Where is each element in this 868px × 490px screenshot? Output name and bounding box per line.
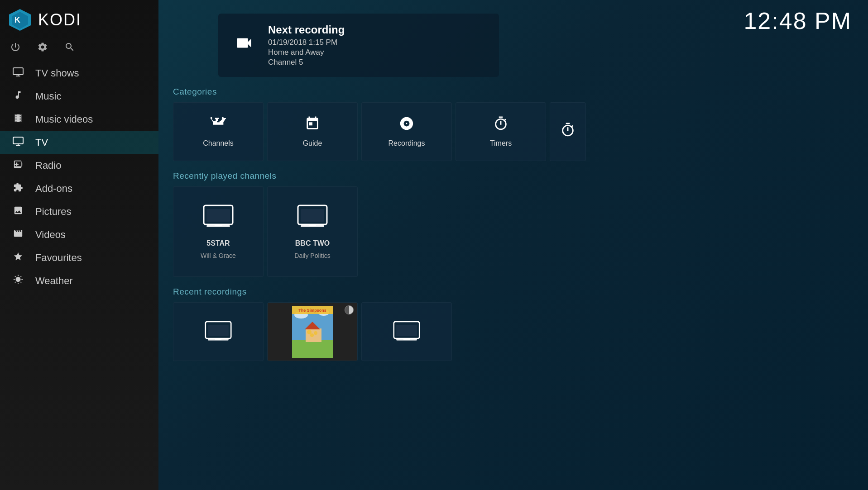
tv-shows-icon — [11, 67, 25, 79]
simpsons-poster-icon: The Simpsons — [292, 306, 333, 358]
svg-rect-19 — [215, 338, 221, 340]
sidebar-item-radio[interactable]: Radio — [0, 154, 158, 177]
svg-rect-34 — [403, 338, 410, 340]
timers-label: Timers — [490, 139, 512, 147]
sidebar-item-favourites[interactable]: Favourites — [0, 246, 158, 269]
sidebar: K KODI TV shows — [0, 0, 158, 490]
svg-rect-7 — [16, 145, 20, 146]
sidebar-item-music-videos[interactable]: Music videos — [0, 108, 158, 131]
channels-grid: 5STAR Will & Grace BBC TWO Daily Politic… — [173, 186, 854, 277]
svg-point-25 — [307, 330, 312, 334]
channel-show2: Daily Politics — [294, 252, 330, 259]
logo-area: K KODI — [0, 0, 158, 40]
sidebar-item-label: Pictures — [35, 206, 71, 218]
channel-tv-icon — [203, 205, 234, 235]
sidebar-item-label: Favourites — [35, 252, 82, 264]
svg-point-27 — [310, 333, 314, 337]
tv-icon — [11, 136, 25, 148]
timers2-icon — [560, 122, 575, 141]
favourites-icon — [11, 252, 25, 264]
svg-rect-4 — [16, 76, 20, 76]
sidebar-item-music[interactable]: Music — [0, 85, 158, 108]
svg-rect-20 — [208, 325, 229, 336]
clock-display: 12:48 PM — [743, 7, 852, 34]
pictures-icon — [11, 205, 25, 218]
recording-card-3[interactable] — [361, 302, 452, 361]
next-recording-show: Home and Away — [268, 48, 345, 57]
channels-icon — [211, 116, 226, 135]
channel-bbc-two[interactable]: BBC TWO Daily Politics — [267, 186, 358, 277]
recent-recordings-header: Recent recordings — [173, 287, 854, 297]
sidebar-icon-bar — [0, 40, 158, 60]
sidebar-item-label: Weather — [35, 275, 73, 287]
radio-icon — [11, 159, 25, 171]
videos-icon — [11, 228, 25, 241]
svg-text:The Simpsons: The Simpsons — [298, 308, 326, 313]
categories-header: Categories — [173, 87, 854, 97]
sidebar-item-label: TV shows — [35, 67, 79, 79]
svg-point-26 — [314, 331, 317, 335]
svg-rect-16 — [301, 209, 324, 222]
channel-name: 5STAR — [206, 239, 230, 247]
svg-rect-35 — [396, 325, 417, 336]
sidebar-item-add-ons[interactable]: Add-ons — [0, 177, 158, 200]
sidebar-nav: TV shows Music Music videos TV — [0, 62, 158, 490]
svg-rect-22 — [292, 340, 333, 358]
camera-icon — [233, 33, 255, 57]
add-ons-icon — [11, 182, 25, 195]
channel-show: Will & Grace — [201, 252, 236, 259]
channel-tv-icon2 — [297, 205, 328, 235]
next-recording-info: Next recording 01/19/2018 1:15 PM Home a… — [268, 24, 345, 67]
half-watched-badge — [345, 305, 354, 314]
sidebar-item-tv[interactable]: TV — [0, 131, 158, 154]
next-recording-title: Next recording — [268, 24, 345, 36]
svg-rect-3 — [13, 68, 23, 75]
guide-icon — [305, 116, 320, 135]
category-timers2[interactable] — [550, 102, 586, 161]
app-title: KODI — [38, 10, 82, 29]
sidebar-item-label: Radio — [35, 160, 61, 171]
recordings-icon — [399, 116, 414, 135]
sidebar-item-label: Music — [35, 90, 61, 102]
svg-rect-12 — [206, 209, 230, 222]
channel-name2: BBC TWO — [295, 239, 330, 247]
svg-rect-11 — [215, 224, 222, 226]
sidebar-item-label: Music videos — [35, 114, 93, 125]
sidebar-item-pictures[interactable]: Pictures — [0, 200, 158, 223]
music-icon — [11, 90, 25, 102]
sidebar-item-weather[interactable]: Weather — [0, 269, 158, 292]
category-recordings[interactable]: Recordings — [361, 102, 452, 161]
weather-icon — [11, 275, 25, 287]
recording-tv-icon-1 — [205, 321, 232, 343]
next-recording-channel: Channel 5 — [268, 58, 345, 67]
next-recording-card[interactable]: Next recording 01/19/2018 1:15 PM Home a… — [218, 14, 499, 77]
timers-icon — [493, 116, 508, 135]
category-channels[interactable]: Channels — [173, 102, 264, 161]
svg-text:K: K — [14, 15, 20, 24]
recordings-label: Recordings — [388, 139, 425, 147]
recordings-grid: The Simpsons — [173, 302, 854, 361]
recording-tv-icon-3 — [393, 321, 420, 343]
recently-played-header: Recently played channels — [173, 171, 854, 181]
sidebar-item-label: Videos — [35, 229, 66, 241]
next-recording-datetime: 01/19/2018 1:15 PM — [268, 38, 345, 47]
recording-card-simpsons[interactable]: The Simpsons — [267, 302, 358, 361]
music-videos-icon — [11, 113, 25, 125]
svg-rect-15 — [309, 224, 316, 226]
sidebar-item-tv-shows[interactable]: TV shows — [0, 62, 158, 85]
search-button[interactable] — [64, 42, 75, 52]
category-guide[interactable]: Guide — [267, 102, 358, 161]
guide-label: Guide — [303, 139, 322, 147]
main-content: 12:48 PM Next recording 01/19/2018 1:15 … — [158, 0, 868, 490]
kodi-logo-icon: K — [8, 8, 32, 32]
recording-card-1[interactable] — [173, 302, 264, 361]
category-timers[interactable]: Timers — [456, 102, 546, 161]
settings-button[interactable] — [37, 42, 48, 52]
simpsons-thumbnail: The Simpsons — [268, 303, 357, 361]
sidebar-item-label: Add-ons — [35, 183, 72, 195]
sidebar-item-videos[interactable]: Videos — [0, 223, 158, 246]
sidebar-item-label: TV — [35, 137, 48, 148]
power-button[interactable] — [10, 42, 21, 52]
channel-5star[interactable]: 5STAR Will & Grace — [173, 186, 264, 277]
channels-label: Channels — [203, 139, 234, 147]
